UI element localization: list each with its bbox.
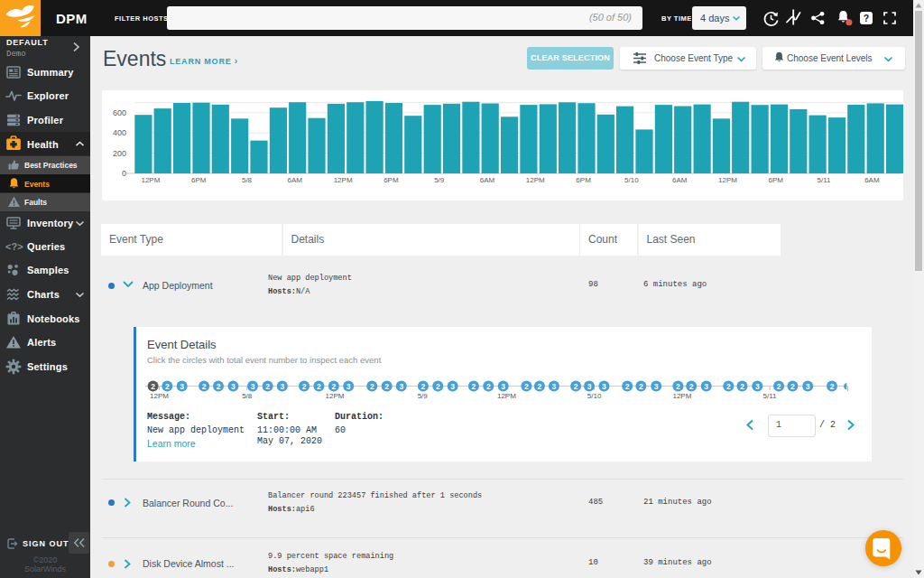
svg-text:2: 2 [676,382,680,391]
svg-text:2: 2 [265,382,270,391]
svg-text:2: 2 [370,382,374,391]
svg-text:6PM: 6PM [576,176,591,184]
svg-text:5/10: 5/10 [587,392,602,400]
svg-text:5/9: 5/9 [434,176,445,184]
svg-text:3: 3 [399,382,403,391]
svg-text:2: 2 [486,382,491,391]
svg-text:5/11: 5/11 [763,392,778,400]
svg-text:2: 2 [472,382,476,391]
svg-text:6AM: 6AM [480,176,495,184]
svg-text:6AM: 6AM [288,176,303,184]
svg-text:3: 3 [346,382,351,391]
svg-text:0: 0 [122,169,126,178]
svg-text:2: 2 [384,382,389,391]
svg-text:3: 3 [654,382,659,391]
svg-text:3: 3 [806,382,810,391]
svg-text:12PM: 12PM [326,392,345,400]
svg-text:400: 400 [113,128,126,137]
svg-text:2: 2 [165,382,170,391]
svg-text:2: 2 [726,382,731,391]
svg-text:2: 2 [625,382,630,391]
svg-text:2: 2 [524,382,529,391]
svg-text:12PM: 12PM [526,176,545,184]
svg-text:5/11: 5/11 [818,176,832,184]
svg-text:3: 3 [501,382,505,391]
svg-text:3: 3 [755,382,760,391]
svg-text:2: 2 [538,382,542,391]
svg-text:3: 3 [280,382,284,391]
svg-text:2: 2 [790,382,795,391]
svg-text:6PM: 6PM [769,176,784,184]
svg-text:2: 2 [421,382,426,391]
svg-text:5/9: 5/9 [418,392,429,400]
svg-text:6AM: 6AM [672,176,688,184]
svg-text:6AM: 6AM [864,176,880,184]
svg-text:12PM: 12PM [672,392,691,400]
svg-text:2: 2 [202,382,207,391]
svg-text:12PM: 12PM [718,176,737,184]
svg-text:2: 2 [331,382,336,391]
svg-text:2: 2 [740,382,744,391]
svg-text:2: 2 [777,382,781,391]
svg-text:12PM: 12PM [150,392,169,400]
svg-text:200: 200 [113,149,126,158]
svg-text:5/8: 5/8 [242,392,253,400]
svg-text:2: 2 [151,382,155,391]
svg-text:3: 3 [180,382,184,391]
svg-text:2: 2 [639,382,643,391]
svg-text:3: 3 [251,382,255,391]
svg-text:3: 3 [231,382,236,391]
svg-text:600: 600 [113,108,126,117]
svg-text:12PM: 12PM [141,176,160,184]
svg-text:12PM: 12PM [334,176,353,184]
svg-text:2: 2 [574,382,578,391]
svg-text:2: 2 [302,382,307,391]
svg-text:2: 2 [436,382,440,391]
svg-text:3: 3 [602,382,606,391]
svg-text:2: 2 [217,382,221,391]
svg-text:2: 2 [689,382,694,391]
svg-text:3: 3 [704,382,708,391]
svg-text:2: 2 [830,382,835,391]
svg-text:3: 3 [450,382,455,391]
svg-text:5/10: 5/10 [624,176,639,184]
svg-text:2: 2 [317,382,321,391]
svg-text:6PM: 6PM [191,176,207,184]
svg-text:6PM: 6PM [383,176,399,184]
svg-text:5/8: 5/8 [242,176,253,184]
svg-text:3: 3 [552,382,557,391]
svg-text:12PM: 12PM [497,392,516,400]
svg-text:<?>: <?> [5,241,23,252]
svg-text:3: 3 [587,382,592,391]
